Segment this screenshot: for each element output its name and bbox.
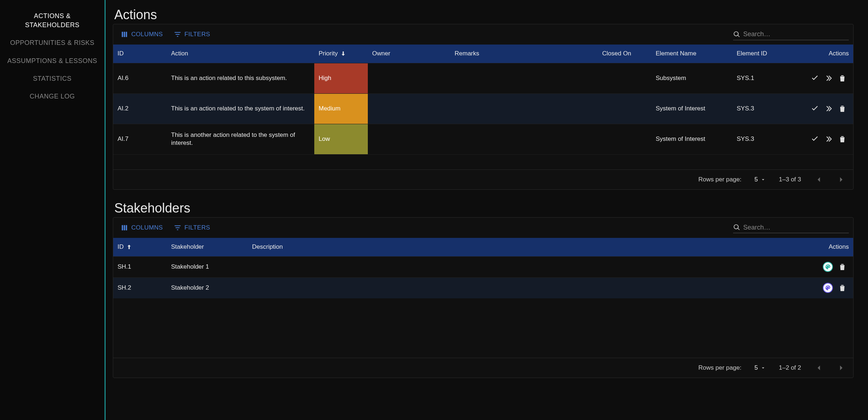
table-row[interactable]: AI.2 This is an action related to the sy… — [113, 93, 853, 124]
col-stakeholder[interactable]: Stakeholder — [167, 238, 248, 256]
col-priority[interactable]: Priority — [314, 45, 368, 63]
col-actions: Actions — [799, 45, 853, 63]
col-owner[interactable]: Owner — [368, 45, 450, 63]
col-closed-on[interactable]: Closed On — [598, 45, 651, 63]
sidebar-item-label: CHANGE LOG — [30, 93, 75, 100]
check-icon[interactable] — [810, 104, 819, 113]
expand-icon[interactable] — [824, 74, 833, 83]
search-input[interactable] — [743, 224, 849, 231]
cell-remarks — [450, 63, 598, 93]
search-icon — [733, 223, 740, 231]
main-content: Actions COLUMNS FILTERS ID Action — [106, 0, 868, 420]
delete-icon[interactable] — [838, 262, 847, 271]
rows-per-page-select[interactable]: 5 — [754, 176, 766, 183]
actions-grid: COLUMNS FILTERS ID Action Priority Owner… — [113, 24, 854, 190]
rows-per-page-label: Rows per page: — [698, 176, 741, 183]
cell-priority: Medium — [314, 94, 368, 124]
rows-per-page-select[interactable]: 5 — [754, 364, 766, 371]
col-action[interactable]: Action — [167, 45, 314, 63]
sidebar-item-assumptions-lessons[interactable]: ASSUMPTIONS & LESSONS — [0, 52, 105, 70]
table-row[interactable]: SH.1 Stakeholder 1 — [113, 256, 853, 277]
cell-stakeholder: Stakeholder 2 — [167, 278, 248, 298]
next-page-icon[interactable] — [837, 363, 846, 373]
palette-icon[interactable] — [823, 262, 833, 272]
next-page-icon[interactable] — [837, 175, 846, 184]
stakeholders-grid: COLUMNS FILTERS ID Stakeholder Descripti… — [113, 217, 854, 378]
columns-icon — [120, 30, 128, 38]
search-icon — [733, 30, 740, 38]
rows-per-page-label: Rows per page: — [698, 364, 741, 371]
cell-remarks — [450, 124, 598, 154]
columns-label: COLUMNS — [131, 31, 163, 38]
stakeholders-search[interactable] — [733, 222, 849, 233]
sidebar-item-opportunities-risks[interactable]: OPPORTUNITIES & RISKS — [0, 34, 105, 52]
stakeholders-body: SH.1 Stakeholder 1 SH.2 Stakeholder 2 — [113, 256, 853, 358]
pagination-range: 1–2 of 2 — [779, 364, 801, 371]
actions-body: AI.6 This is an action related to this s… — [113, 63, 853, 169]
sidebar-item-actions-stakeholders[interactable]: ACTIONS & STAKEHOLDERS — [0, 7, 105, 34]
palette-icon[interactable] — [823, 283, 833, 293]
check-icon[interactable] — [810, 74, 819, 83]
actions-search[interactable] — [733, 29, 849, 40]
cell-description — [248, 278, 806, 298]
palette-glyph-icon — [825, 285, 831, 291]
table-row[interactable]: AI.6 This is an action related to this s… — [113, 63, 853, 93]
actions-toolbar: COLUMNS FILTERS — [113, 24, 853, 45]
col-id[interactable]: ID — [113, 238, 167, 256]
expand-icon[interactable] — [824, 135, 833, 143]
col-description[interactable]: Description — [248, 238, 806, 256]
col-remarks[interactable]: Remarks — [450, 45, 598, 63]
delete-icon[interactable] — [838, 135, 847, 143]
cell-owner — [368, 94, 450, 124]
cell-action: This is an action related to the system … — [167, 94, 314, 124]
filters-label: FILTERS — [184, 224, 210, 231]
delete-icon[interactable] — [838, 104, 847, 113]
table-row[interactable]: AI.7 This is another action related to t… — [113, 124, 853, 154]
filters-button[interactable]: FILTERS — [171, 222, 213, 234]
sidebar-item-change-log[interactable]: CHANGE LOG — [0, 88, 105, 105]
prev-page-icon[interactable] — [814, 363, 824, 373]
cell-closed-on — [598, 94, 651, 124]
cell-description — [248, 257, 806, 277]
col-id[interactable]: ID — [113, 45, 167, 63]
sidebar-item-label: OPPORTUNITIES & RISKS — [10, 39, 94, 46]
prev-page-icon[interactable] — [814, 175, 824, 184]
cell-action: This is an action related to this subsys… — [167, 63, 314, 93]
cell-id: AI.2 — [113, 94, 167, 124]
cell-owner — [368, 124, 450, 154]
cell-closed-on — [598, 63, 651, 93]
chevron-down-icon — [760, 177, 766, 182]
expand-icon[interactable] — [824, 104, 833, 113]
actions-title: Actions — [114, 7, 854, 22]
stakeholders-header-row: ID Stakeholder Description Actions — [113, 238, 853, 256]
col-element-name[interactable]: Element Name — [651, 45, 732, 63]
empty-row — [113, 154, 853, 169]
col-element-id[interactable]: Element ID — [732, 45, 799, 63]
palette-glyph-icon — [825, 264, 831, 270]
cell-closed-on — [598, 124, 651, 154]
filters-label: FILTERS — [184, 31, 210, 38]
filters-button[interactable]: FILTERS — [171, 28, 213, 41]
cell-row-actions — [806, 257, 853, 277]
cell-action: This is another action related to the sy… — [167, 124, 314, 154]
check-icon[interactable] — [810, 135, 819, 143]
cell-element-id: SYS.1 — [732, 63, 799, 93]
sidebar-item-statistics[interactable]: STATISTICS — [0, 70, 105, 88]
cell-id: AI.7 — [113, 124, 167, 154]
empty-space — [113, 298, 853, 356]
chevron-down-icon — [760, 365, 766, 371]
columns-button[interactable]: COLUMNS — [118, 28, 166, 41]
cell-id: SH.2 — [113, 278, 167, 298]
cell-element-id: SYS.3 — [732, 94, 799, 124]
columns-button[interactable]: COLUMNS — [118, 222, 166, 234]
sidebar-item-label: ASSUMPTIONS & LESSONS — [7, 57, 97, 64]
cell-element-name: Subsystem — [651, 63, 732, 93]
search-input[interactable] — [743, 30, 849, 38]
delete-icon[interactable] — [838, 284, 847, 292]
delete-icon[interactable] — [838, 74, 847, 83]
table-row[interactable]: SH.2 Stakeholder 2 — [113, 277, 853, 298]
cell-remarks — [450, 94, 598, 124]
cell-owner — [368, 63, 450, 93]
cell-priority: High — [314, 63, 368, 93]
stakeholders-toolbar: COLUMNS FILTERS — [113, 218, 853, 238]
